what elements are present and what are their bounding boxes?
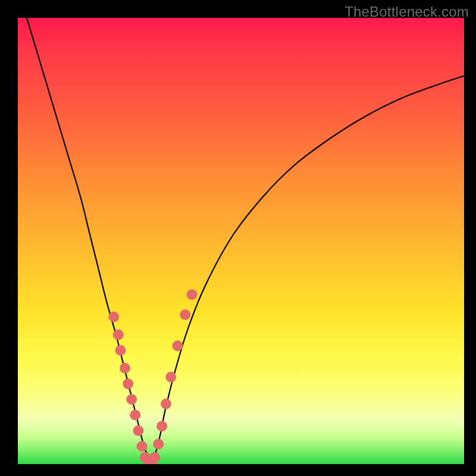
plot-area: [18, 18, 464, 464]
marker-dot: [126, 394, 137, 405]
marker-dots: [108, 289, 197, 464]
right-curve: [152, 76, 464, 465]
marker-dot: [137, 441, 148, 452]
marker-dot: [130, 410, 140, 421]
marker-dot: [153, 439, 164, 449]
marker-dot: [133, 425, 144, 436]
marker-dot: [120, 363, 130, 374]
marker-dot: [187, 289, 198, 300]
marker-dot: [161, 399, 171, 409]
marker-dot: [149, 452, 160, 463]
marker-dot: [115, 345, 126, 356]
marker-dot: [165, 372, 176, 383]
marker-dot: [108, 312, 119, 322]
outer-frame: TheBottleneck.com: [0, 0, 476, 476]
marker-dot: [113, 330, 124, 340]
chart-svg: [18, 18, 464, 464]
marker-dot: [156, 421, 167, 431]
marker-dot: [123, 378, 133, 389]
marker-dot: [180, 309, 190, 320]
marker-dot: [173, 340, 183, 351]
